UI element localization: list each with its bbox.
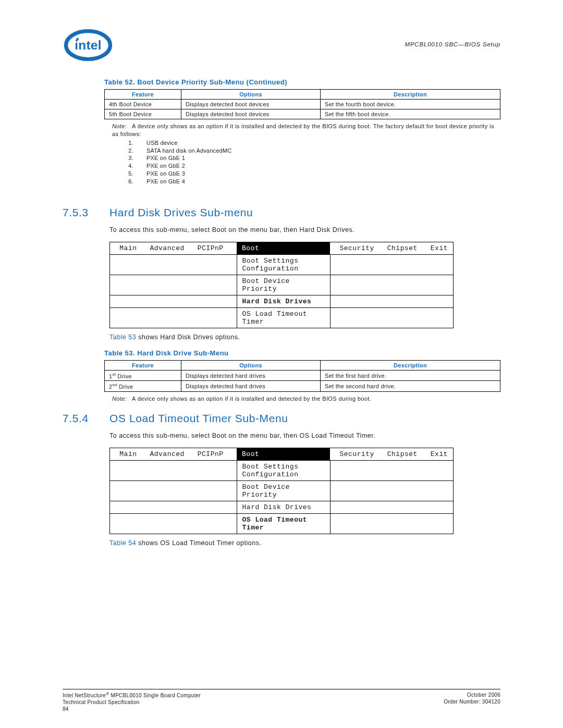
cell: Set the second hard drive.: [321, 381, 500, 392]
menu-item: Boot Device Priority: [237, 480, 330, 501]
menu-item: Boot Settings Configuration: [237, 460, 330, 480]
cell: Displays detected hard drives: [181, 381, 321, 392]
intel-logo-icon: intel: [63, 26, 114, 63]
table-row: 1st Drive Displays detected hard drives …: [105, 370, 500, 381]
page-number: 84: [63, 706, 69, 712]
cell: 5th Boot Device: [105, 109, 181, 119]
list-item: SATA hard disk on AdvancedMC: [135, 147, 500, 155]
cell: 2nd Drive: [105, 381, 181, 392]
menu-tab-boot: Boot: [237, 242, 330, 254]
bios-menu-754: Main Advanced PCIPnP Boot Security Chips…: [109, 448, 454, 534]
menu-tab: Security Chipset Exit: [330, 242, 453, 254]
cell: 4th Boot Device: [105, 100, 181, 109]
menu-tab: Main Advanced PCIPnP: [110, 242, 237, 254]
section-title: Hard Disk Drives Sub-menu: [109, 206, 253, 218]
table52-h-options: Options: [181, 90, 321, 100]
section-number: 7.5.4: [63, 412, 109, 425]
section-7-5-3-heading: 7.5.3Hard Disk Drives Sub-menu: [63, 206, 500, 219]
cell: Set the fourth boot device.: [321, 100, 500, 109]
table53-intro: Table 53 shows Hard Disk Drives options.: [109, 334, 500, 341]
list-item: PXE on GbE 2: [135, 162, 500, 170]
list-item: PXE on GbE 4: [135, 178, 500, 186]
table-row: 4th Boot Device Displays detected boot d…: [105, 100, 500, 109]
section-7-5-3-desc: To access this sub-menu, select Boot on …: [109, 226, 500, 233]
table52-h-feature: Feature: [105, 90, 181, 100]
table53-h-feature: Feature: [105, 360, 181, 370]
table52-note: Note: A device only shows as an option i…: [112, 122, 500, 186]
list-item: PXE on GbE 1: [135, 154, 500, 162]
cell: Displays detected hard drives: [181, 370, 321, 381]
note-text: A device only shows as an option if it i…: [132, 396, 371, 402]
table53-h-options: Options: [181, 360, 321, 370]
svg-text:intel: intel: [75, 38, 102, 52]
footer-text: Technical Product Specification: [63, 699, 140, 705]
table53-h-desc: Description: [321, 360, 500, 370]
table-row: 2nd Drive Displays detected hard drives …: [105, 381, 500, 392]
note-text: A device only shows as an option if it i…: [112, 123, 494, 137]
menu-item-selected: OS Load Timeout Timer: [237, 513, 330, 534]
footer-order-number: Order Number: 304120: [444, 699, 500, 705]
table54-intro: Table 54 shows OS Load Timeout Timer opt…: [109, 539, 500, 547]
section-7-5-4-desc: To access this sub-menu, select Boot on …: [109, 432, 500, 439]
page-footer: Intel NetStructure® MPCBL0010 Single Boa…: [63, 689, 500, 712]
menu-item: Boot Device Priority: [237, 275, 330, 295]
footer-text: Intel NetStructure: [63, 693, 106, 698]
bios-menu-753: Main Advanced PCIPnP Boot Security Chips…: [109, 242, 454, 328]
table52-caption: Table 52. Boot Device Priority Sub-Menu …: [104, 78, 500, 86]
table52: Feature Options Description 4th Boot Dev…: [104, 89, 500, 119]
list-item: PXE on GbE 3: [135, 170, 500, 178]
footer-date: October 2006: [467, 692, 500, 698]
cell: Set the fifth boot device.: [321, 109, 500, 119]
cell: Displays detected boot devices: [181, 109, 321, 119]
footer-text: MPCBL0010 Single Board Computer: [109, 693, 201, 698]
list-item: USB device: [135, 139, 500, 147]
text: shows OS Load Timeout Timer options.: [136, 539, 261, 547]
menu-tab: Main Advanced PCIPnP: [110, 448, 237, 460]
cell: Set the first hard drive.: [321, 370, 500, 381]
menu-item-selected: Hard Disk Drives: [237, 295, 330, 307]
header-doc-title: MPCBL0010 SBC—BIOS Setup: [405, 41, 500, 47]
section-7-5-4-heading: 7.5.4OS Load Timeout Timer Sub-Menu: [63, 412, 500, 425]
menu-tab-boot: Boot: [237, 448, 330, 460]
table53-note: Note: A device only shows as an option i…: [112, 395, 500, 403]
section-number: 7.5.3: [63, 206, 109, 219]
table-ref-link: Table 54: [109, 539, 136, 547]
text: shows Hard Disk Drives options.: [136, 334, 240, 341]
table53: Feature Options Description 1st Drive Di…: [104, 360, 500, 392]
menu-item: Boot Settings Configuration: [237, 254, 330, 275]
table53-caption: Table 53. Hard Disk Drive Sub-Menu: [104, 349, 500, 357]
svg-point-2: [76, 38, 79, 41]
cell: 1st Drive: [105, 370, 181, 381]
table52-h-desc: Description: [321, 90, 500, 100]
table-row: 5th Boot Device Displays detected boot d…: [105, 109, 500, 119]
table-ref-link: Table 53: [109, 334, 136, 341]
menu-item: Hard Disk Drives: [237, 501, 330, 513]
menu-tab: Security Chipset Exit: [330, 448, 453, 460]
cell: Displays detected boot devices: [181, 100, 321, 109]
note-label: Note:: [112, 396, 127, 402]
menu-item: OS Load Timeout Timer: [237, 307, 330, 328]
section-title: OS Load Timeout Timer Sub-Menu: [109, 412, 288, 424]
note-label: Note:: [112, 123, 127, 129]
